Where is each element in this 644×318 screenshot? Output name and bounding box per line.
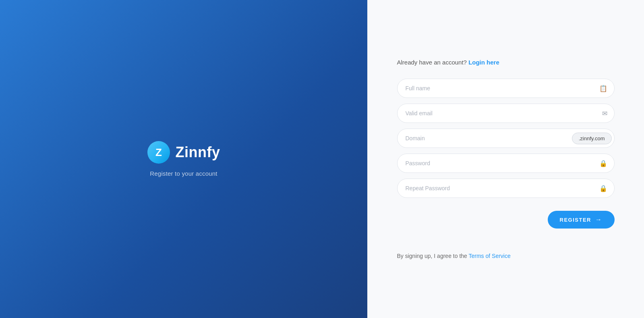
login-prompt: Already have an account? Login here	[397, 59, 615, 66]
terms-section: By signing up, I agree to the Terms of S…	[397, 229, 615, 259]
register-button-label: REGISTER	[560, 217, 591, 223]
password-input[interactable]	[397, 154, 615, 173]
domain-field-wrapper: .zinnfy.com	[397, 129, 615, 148]
brand-row: Z Zinnfy	[147, 141, 220, 164]
terms-of-service-link[interactable]: Terms of Service	[468, 253, 510, 259]
arrow-right-icon: →	[595, 216, 603, 223]
form-container: Already have an account? Login here 📋 ✉ …	[397, 59, 615, 259]
brand-name: Zinnfy	[176, 144, 220, 161]
email-field: ✉	[397, 104, 615, 123]
fullname-field: 📋	[397, 79, 615, 98]
domain-input[interactable]	[398, 129, 572, 148]
password-field: 🔒	[397, 154, 615, 173]
domain-field: .zinnfy.com	[397, 129, 615, 148]
left-panel: Z Zinnfy Register to your account	[0, 0, 367, 318]
repeat-password-field: 🔒	[397, 179, 615, 198]
right-panel: Already have an account? Login here 📋 ✉ …	[367, 0, 644, 318]
login-prompt-text: Already have an account?	[397, 59, 467, 66]
terms-prefix: By signing up, I agree to the	[397, 253, 467, 259]
email-input[interactable]	[397, 104, 615, 123]
login-here-link[interactable]: Login here	[468, 59, 499, 66]
fullname-input[interactable]	[397, 79, 615, 98]
register-button[interactable]: REGISTER →	[548, 211, 615, 229]
domain-suffix: .zinnfy.com	[572, 133, 612, 144]
brand-logo-icon: Z	[147, 141, 170, 164]
repeat-password-input[interactable]	[397, 179, 615, 198]
brand-container: Z Zinnfy Register to your account	[147, 141, 220, 177]
brand-tagline: Register to your account	[150, 170, 217, 177]
